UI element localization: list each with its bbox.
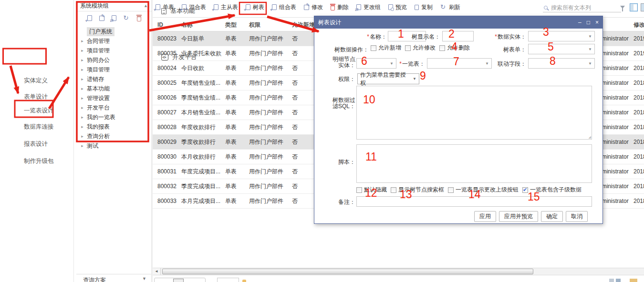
- collapse-up-icon[interactable]: ▲: [144, 0, 148, 11]
- sidebar-item[interactable]: 报表设计: [0, 139, 73, 149]
- tree-item[interactable]: ▸ 协同办公: [76, 55, 151, 65]
- toolbar-button[interactable]: 刷新: [440, 3, 460, 11]
- scrollbar-thumb[interactable]: [162, 269, 533, 274]
- checkbox-option[interactable]: ✔ 默认隐藏: [356, 186, 387, 194]
- query-plan-bar[interactable]: 查询方案 ▼: [76, 274, 151, 282]
- detail-node-entity-select[interactable]: ▼: [356, 58, 396, 69]
- checkbox-option[interactable]: ✔ 显示树节点搜索框: [391, 186, 444, 194]
- column-layout-icon[interactable]: [630, 3, 638, 11]
- column-header-modified[interactable]: 修改: [634, 18, 644, 31]
- horizontal-scrollbar[interactable]: ◄: [153, 268, 644, 275]
- checkbox[interactable]: ✔: [371, 45, 376, 51]
- checkbox-option[interactable]: ✔ 允许删除: [439, 44, 470, 52]
- checkbox-option[interactable]: ✔ 允许修改: [405, 44, 436, 52]
- sidebar-item[interactable]: 数据库连接: [0, 121, 73, 132]
- tree-item[interactable]: ▸ 门户系统: [76, 27, 151, 36]
- expand-arrow-icon[interactable]: ▸: [80, 86, 84, 91]
- tree-item[interactable]: ▸ 合同管理: [76, 36, 151, 46]
- tree-toolbar-icon[interactable]: [87, 15, 92, 21]
- tree-toolbar-icon[interactable]: [124, 15, 130, 21]
- pager-size-box[interactable]: [217, 278, 239, 282]
- toolbar-button[interactable]: 单表: [156, 3, 174, 11]
- checkbox[interactable]: ✔: [522, 187, 528, 193]
- toolbar-button[interactable]: 树表: [246, 3, 264, 11]
- data-entity-select[interactable]: ▼: [528, 31, 595, 41]
- expand-arrow-icon[interactable]: ▸: [80, 134, 84, 139]
- checkbox[interactable]: ✔: [356, 187, 362, 193]
- close-icon[interactable]: ×: [595, 16, 599, 29]
- dialog-button[interactable]: 取消: [566, 211, 588, 222]
- toolbar-button[interactable]: 修改: [304, 3, 323, 11]
- tree-item[interactable]: ▸ 测试: [76, 141, 151, 151]
- search-input[interactable]: [551, 4, 613, 11]
- column-layout-icon-2[interactable]: [641, 3, 644, 11]
- tree-form-select[interactable]: ▼: [528, 44, 595, 54]
- expand-arrow-icon[interactable]: ▸: [80, 124, 84, 129]
- maximize-icon[interactable]: □: [587, 16, 590, 29]
- toolbar-button[interactable]: 混合表: [182, 3, 206, 11]
- linkage-field-select[interactable]: ▼: [528, 58, 595, 69]
- checkbox[interactable]: ✔: [439, 45, 445, 51]
- column-header[interactable]: 名称: [181, 18, 225, 31]
- tree-item[interactable]: ▸ 我的报表: [76, 122, 151, 131]
- tree-toolbar-icon[interactable]: [137, 16, 141, 21]
- tree-toolbar-icon[interactable]: [99, 16, 104, 21]
- tree-item[interactable]: ▸ 进销存: [76, 74, 151, 84]
- tree-item[interactable]: ▸ 项目管理: [76, 65, 151, 74]
- toolbar-button[interactable]: 主从表: [214, 3, 238, 11]
- tree-item[interactable]: ▸ 查询分析: [76, 131, 151, 141]
- tree-group-header[interactable]: 系统模块组 ▲: [76, 0, 152, 11]
- dialog-button[interactable]: 应用: [474, 211, 496, 222]
- expand-arrow-icon[interactable]: ▸: [80, 105, 84, 110]
- sidebar-item[interactable]: 制作升级包: [0, 156, 73, 166]
- expand-arrow-icon[interactable]: ▸: [80, 77, 84, 81]
- list-table-select[interactable]: ▼: [427, 58, 492, 69]
- tree-filter-sql-textarea[interactable]: [356, 86, 592, 140]
- note-field[interactable]: [356, 196, 592, 207]
- sidebar-item[interactable]: 实体定义: [0, 75, 73, 86]
- filter-icon[interactable]: [620, 6, 625, 9]
- tree-item[interactable]: ▸ 我的一览表: [76, 112, 151, 122]
- checkbox-option[interactable]: ✔ 一览表包含子级数据: [522, 186, 582, 194]
- scroll-left-arrow[interactable]: ◄: [153, 268, 161, 275]
- sidebar-item[interactable]: 表单设计: [0, 91, 73, 102]
- cell-id: 800024: [157, 61, 181, 76]
- pager-page-box[interactable]: [173, 279, 184, 282]
- sidebar-item[interactable]: 一览表设计: [0, 105, 73, 116]
- column-header[interactable]: ID: [157, 18, 181, 31]
- expand-arrow-icon[interactable]: ▸: [80, 143, 84, 148]
- dialog-titlebar[interactable]: 树表设计 – □ ×: [314, 16, 602, 29]
- checkbox[interactable]: ✔: [405, 45, 411, 51]
- checkbox-option[interactable]: ✔ 允许新增: [371, 44, 401, 52]
- toolbar-button[interactable]: 复制: [415, 3, 433, 11]
- column-header[interactable]: 权限: [249, 18, 292, 31]
- toolbar-button[interactable]: 删除: [331, 3, 349, 11]
- expand-arrow-icon[interactable]: ▸: [80, 39, 84, 43]
- expand-arrow-icon[interactable]: ▸: [80, 67, 84, 72]
- required-marker: *: [495, 33, 497, 40]
- tree-toolbar-icon[interactable]: [112, 15, 116, 21]
- toolbar-button[interactable]: 组合表: [272, 3, 296, 11]
- tree-item[interactable]: ▸ 项目管理: [76, 46, 151, 55]
- expand-arrow-icon[interactable]: ▸: [80, 48, 84, 53]
- dialog-button[interactable]: 确定: [541, 211, 563, 222]
- expand-arrow-icon[interactable]: ▸: [80, 96, 84, 101]
- checkbox[interactable]: ✔: [448, 187, 454, 193]
- checkbox-option[interactable]: ✔ 一览表显示更改上级按钮: [448, 186, 519, 194]
- permission-select[interactable]: 作为菜单且需要授权 ▼: [357, 73, 419, 84]
- script-textarea[interactable]: [356, 144, 592, 183]
- chevron-down-icon[interactable]: ▼: [142, 276, 146, 281]
- toolbar-button[interactable]: 更改组: [356, 3, 381, 11]
- tree-item[interactable]: ▸ 基本功能: [76, 84, 151, 93]
- column-header[interactable]: 类型: [225, 18, 249, 31]
- checkbox[interactable]: ✔: [391, 187, 396, 193]
- minimize-icon[interactable]: –: [578, 16, 582, 29]
- expand-arrow-icon[interactable]: ▸: [80, 115, 84, 120]
- expand-arrow-icon[interactable]: ▸: [80, 58, 84, 62]
- tree-item[interactable]: ▸ 开发平台: [76, 103, 151, 112]
- tree-item[interactable]: ▸ 管理设置: [76, 93, 151, 103]
- dialog-button[interactable]: 应用并预览: [499, 211, 538, 222]
- tree-display-name-field[interactable]: [442, 31, 474, 41]
- cell-type: 单表: [225, 76, 249, 91]
- toolbar-button[interactable]: 预览: [388, 3, 407, 11]
